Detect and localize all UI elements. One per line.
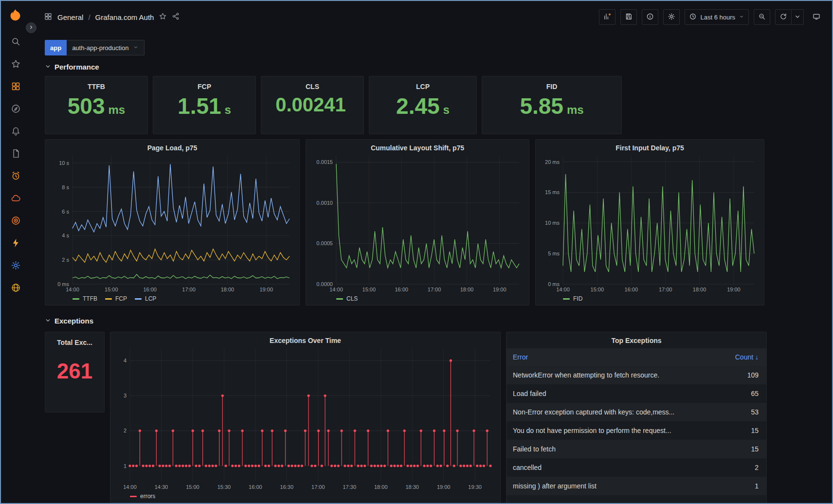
add-panel-button[interactable]: [599, 9, 616, 25]
svg-text:8 s: 8 s: [62, 184, 69, 190]
legend-item-errors[interactable]: errors: [130, 493, 155, 500]
dashboard-title[interactable]: Grafana.com Auth: [95, 13, 154, 21]
svg-text:0.0005: 0.0005: [316, 240, 333, 246]
sidebar-item-kubernetes[interactable]: [5, 255, 26, 277]
dashboard-settings-button[interactable]: [663, 9, 680, 25]
dashboard-toolbar: Last 6 hours: [599, 9, 824, 25]
panel-title[interactable]: CLS: [306, 83, 319, 90]
legend-item-fcp[interactable]: FCP: [105, 295, 127, 302]
svg-text:4: 4: [124, 358, 127, 363]
panel-total-exceptions: Total Exc... 261: [45, 332, 105, 413]
chart-legend: TTFB FCP LCP: [50, 294, 294, 302]
save-dashboard-button[interactable]: [620, 9, 637, 25]
svg-text:18:00: 18:00: [693, 287, 706, 292]
panel-title[interactable]: Page Load, p75: [50, 144, 294, 152]
panel-title[interactable]: Exceptions Over Time: [115, 337, 495, 344]
exceptions-chart[interactable]: 14:0014:3015:0015:3016:0016:3017:0017:30…: [115, 344, 495, 491]
share-icon: [172, 12, 180, 22]
svg-text:14:30: 14:30: [155, 484, 168, 490]
svg-text:17:30: 17:30: [343, 484, 357, 490]
sidebar-item-synthetic-monitoring[interactable]: [5, 165, 26, 188]
sidebar-item-docs[interactable]: [5, 143, 26, 165]
sidebar-item-cloud-app[interactable]: [5, 188, 26, 210]
fid-chart[interactable]: 14:0015:0016:0017:0018:0019:000 ms5 ms10…: [541, 152, 759, 294]
breadcrumb: General / Grafana.com Auth: [44, 12, 180, 22]
explore-icon: [11, 104, 21, 116]
variables-row: app auth-app-production: [45, 37, 825, 58]
sidebar-item-search[interactable]: [5, 31, 26, 54]
count-cell: 53: [724, 403, 766, 421]
zoom-out-button[interactable]: [754, 9, 770, 25]
error-cell: Non-Error exception captured with keys: …: [507, 403, 724, 421]
dashboard-header: General / Grafana.com Auth Last 6 hours: [31, 0, 833, 34]
legend-item-lcp[interactable]: LCP: [135, 295, 156, 302]
time-range-label: Last 6 hours: [700, 14, 735, 21]
svg-text:15:00: 15:00: [591, 287, 604, 292]
panel-title[interactable]: FID: [546, 83, 558, 90]
svg-text:14:00: 14:00: [556, 287, 570, 292]
panel-title[interactable]: LCP: [416, 83, 430, 90]
row-header-performance[interactable]: Performance: [45, 58, 825, 75]
panel-title[interactable]: Cumulative Layout Shift, p75: [311, 144, 524, 152]
panel-title[interactable]: Total Exc...: [57, 339, 92, 346]
sidebar-item-dashboards[interactable]: [5, 76, 26, 98]
svg-text:6 s: 6 s: [62, 209, 69, 215]
grafana-logo[interactable]: [8, 8, 23, 22]
sidebar: [0, 0, 31, 504]
panel-title[interactable]: FCP: [198, 83, 211, 90]
svg-text:16:00: 16:00: [143, 287, 157, 292]
share-dashboard-button[interactable]: [172, 12, 180, 22]
sidebar-item-performance[interactable]: [5, 233, 26, 255]
series-swatch: [72, 298, 79, 300]
variable-app-picker[interactable]: app auth-app-production: [45, 40, 145, 55]
error-cell: Failed to fetch: [507, 440, 724, 458]
breadcrumb-section[interactable]: General: [57, 13, 83, 21]
svg-text:16:30: 16:30: [280, 484, 294, 490]
star-dashboard-button[interactable]: [159, 12, 167, 22]
sidebar-expand-button[interactable]: [26, 22, 36, 33]
panel-title[interactable]: First Input Delay, p75: [541, 144, 759, 152]
refresh-interval-dropdown[interactable]: [792, 9, 804, 25]
stat-panel-lcp: LCP 2.45s: [369, 76, 477, 134]
svg-text:10 s: 10 s: [59, 160, 69, 166]
panel-title[interactable]: TTFB: [88, 83, 105, 90]
chevron-right-icon: [28, 24, 34, 32]
chart-legend: FID: [541, 294, 759, 302]
row-header-exceptions[interactable]: Exceptions: [45, 312, 825, 329]
svg-text:15:00: 15:00: [105, 287, 118, 292]
panel-title[interactable]: Top Exceptions: [507, 337, 766, 344]
refresh-button[interactable]: [775, 9, 792, 25]
chart-legend: CLS: [311, 294, 524, 302]
page-load-chart[interactable]: 14:0015:0016:0017:0018:0019:000 ms2 s4 s…: [50, 152, 294, 294]
sidebar-item-explore[interactable]: [5, 98, 26, 121]
sidebar-item-web-analytics[interactable]: [5, 277, 26, 300]
svg-text:19:00: 19:00: [493, 287, 507, 292]
error-cell: cancelled: [507, 458, 724, 477]
table-row: Failed to fetch15: [507, 440, 766, 458]
sidebar-item-oncall[interactable]: [5, 210, 26, 233]
cls-chart[interactable]: 14:0015:0016:0017:0018:0019:000.00000.00…: [311, 152, 524, 294]
panel-top-exceptions: Top Exceptions Error Count ↓ NetworkErro…: [506, 332, 767, 504]
chevron-down-icon: [133, 44, 139, 52]
k8s-icon: [11, 260, 21, 272]
sidebar-item-starred[interactable]: [5, 54, 26, 76]
performance-icon: [11, 238, 21, 250]
sidebar-item-alerting[interactable]: [5, 121, 26, 143]
column-header-error[interactable]: Error: [507, 348, 724, 366]
legend-item-fid[interactable]: FID: [563, 295, 582, 302]
stat-panel-fid: FID 5.85ms: [482, 76, 622, 134]
kiosk-mode-button[interactable]: [809, 9, 824, 25]
legend-item-cls[interactable]: CLS: [336, 295, 358, 302]
count-cell: 1: [724, 477, 766, 495]
svg-text:18:00: 18:00: [460, 287, 474, 292]
svg-text:0.0000: 0.0000: [316, 281, 333, 287]
count-cell: 2: [724, 458, 766, 477]
time-range-picker[interactable]: Last 6 hours: [685, 9, 749, 25]
stat-value: 0.00241: [275, 94, 349, 115]
legend-item-ttfb[interactable]: TTFB: [72, 295, 97, 302]
top-exceptions-table: Error Count ↓ NetworkError when attempti…: [507, 348, 766, 495]
column-header-count[interactable]: Count ↓: [724, 348, 766, 366]
svg-text:0.0010: 0.0010: [316, 200, 333, 206]
dashboard-insights-button[interactable]: [642, 9, 658, 25]
series-swatch: [130, 496, 137, 497]
